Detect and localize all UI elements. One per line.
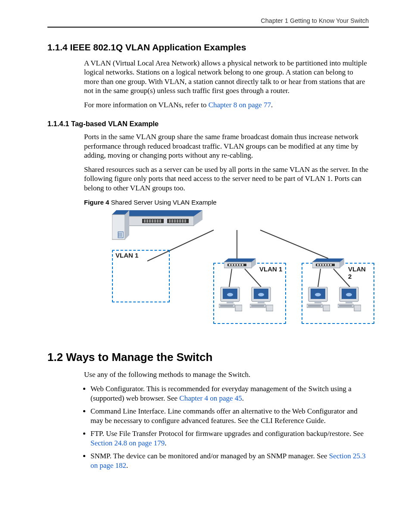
svg-rect-12 [144, 220, 146, 221]
heading-1-1-4-1: 1.1.4.1 Tag-based VLAN Example [47, 120, 369, 128]
workstation-3-icon [307, 287, 330, 313]
svg-rect-48 [239, 264, 241, 266]
svg-rect-77 [258, 302, 265, 303]
svg-rect-11 [167, 219, 189, 223]
para-tag-vlan-2: Shared resources such as a server can be… [84, 165, 369, 193]
svg-rect-44 [229, 264, 230, 266]
svg-rect-24 [157, 221, 159, 222]
figure-title: Shared Server Using VLAN Example [109, 199, 216, 206]
svg-rect-91 [346, 302, 352, 303]
heading-1-1-4: 1.1.4 IEEE 802.1Q VLAN Application Examp… [47, 42, 369, 53]
svg-point-83 [315, 293, 321, 296]
figure-caption: Figure 4 Shared Server Using VLAN Exampl… [84, 199, 369, 207]
figure-label: Figure 4 [84, 199, 109, 206]
svg-rect-46 [234, 264, 236, 266]
svg-rect-45 [231, 264, 233, 266]
link-section-24-8[interactable]: Section 24.8 on page 179 [90, 439, 165, 447]
svg-rect-33 [169, 221, 171, 222]
svg-rect-15 [152, 220, 153, 221]
svg-rect-30 [179, 220, 181, 221]
svg-line-2 [260, 230, 328, 258]
svg-rect-13 [146, 220, 148, 221]
svg-rect-80 [266, 305, 273, 311]
svg-rect-27 [171, 220, 173, 221]
svg-point-90 [346, 293, 352, 296]
text: FTP. Use File Transfer Protocol for firm… [90, 429, 364, 438]
text: SNMP. The device can be monitored and/or… [90, 452, 329, 460]
svg-marker-50 [312, 258, 344, 262]
svg-rect-87 [323, 305, 330, 311]
svg-rect-10 [142, 219, 164, 223]
server-tower-icon [112, 210, 129, 241]
svg-rect-72 [220, 305, 233, 307]
svg-marker-40 [224, 258, 256, 262]
svg-point-69 [227, 293, 233, 296]
svg-rect-56 [322, 264, 324, 266]
svg-rect-16 [154, 220, 156, 221]
svg-rect-36 [177, 221, 178, 222]
para-manage-intro: Use any of the following methods to mana… [84, 370, 369, 379]
svg-rect-86 [308, 305, 321, 307]
heading-1-2: 1.2 Ways to Manage the Switch [47, 351, 369, 364]
svg-rect-59 [330, 264, 332, 266]
list-item: Web Configurator. This is recommended fo… [90, 384, 369, 403]
svg-rect-54 [317, 264, 319, 266]
svg-rect-23 [154, 221, 156, 222]
para-tag-vlan-1: Ports in the same VLAN group share the s… [84, 132, 369, 160]
vlan-label-2: VLAN 2 [348, 265, 366, 280]
svg-rect-25 [159, 221, 161, 222]
text: For more information on VLANs, refer to [84, 101, 209, 109]
svg-rect-70 [227, 302, 234, 303]
sub-switch-2-icon [312, 258, 344, 269]
svg-marker-62 [125, 210, 129, 240]
svg-rect-18 [159, 220, 161, 221]
svg-rect-57 [325, 264, 327, 266]
svg-rect-34 [171, 221, 173, 222]
svg-rect-32 [184, 220, 186, 221]
workstation-2-icon [250, 287, 273, 313]
para-vlan-intro: A VLAN (Virtual Local Area Network) allo… [84, 59, 369, 95]
svg-rect-21 [149, 221, 151, 222]
svg-rect-29 [177, 220, 178, 221]
svg-rect-79 [251, 305, 264, 307]
vlan-label-1: VLAN 1 [259, 265, 282, 273]
text: . [242, 394, 244, 402]
svg-rect-35 [174, 221, 176, 222]
workstation-4-icon [338, 287, 361, 313]
text: . [165, 439, 166, 447]
svg-rect-93 [339, 305, 352, 307]
svg-rect-58 [327, 264, 329, 266]
link-chapter-8[interactable]: Chapter 8 on page 77 [209, 101, 271, 109]
sub-switch-1-icon [224, 258, 256, 269]
para-vlan-ref: For more information on VLANs, refer to … [84, 100, 369, 109]
svg-rect-47 [237, 264, 238, 266]
svg-rect-84 [314, 302, 321, 303]
svg-rect-19 [144, 221, 146, 222]
link-chapter-4[interactable]: Chapter 4 on page 45 [179, 394, 242, 402]
svg-rect-49 [242, 264, 243, 266]
svg-rect-22 [152, 221, 153, 222]
workstation-1-icon [219, 287, 242, 313]
chapter-header: Chapter 1 Getting to Know Your Switch [47, 17, 369, 28]
svg-point-76 [258, 293, 264, 296]
svg-rect-38 [182, 221, 184, 222]
svg-rect-17 [157, 220, 159, 221]
svg-rect-28 [174, 220, 176, 221]
figure-4-diagram: VLAN 1 VLAN 1 VLAN 2 [112, 210, 353, 331]
text: Command Line Interface. Line commands of… [90, 407, 358, 425]
svg-rect-20 [146, 221, 148, 222]
svg-rect-55 [320, 264, 321, 266]
list-item: SNMP. The device can be monitored and/or… [90, 451, 369, 470]
svg-rect-73 [235, 305, 242, 311]
svg-rect-94 [354, 305, 361, 311]
list-item: FTP. Use File Transfer Protocol for firm… [90, 429, 369, 448]
svg-rect-14 [149, 220, 151, 221]
text: . [271, 101, 273, 109]
svg-rect-26 [169, 220, 171, 221]
text: . [126, 461, 128, 470]
svg-rect-39 [184, 221, 186, 222]
svg-rect-31 [182, 220, 184, 221]
manage-methods-list: Web Configurator. This is recommended fo… [90, 384, 369, 471]
svg-rect-37 [179, 221, 181, 222]
list-item: Command Line Interface. Line commands of… [90, 407, 369, 426]
